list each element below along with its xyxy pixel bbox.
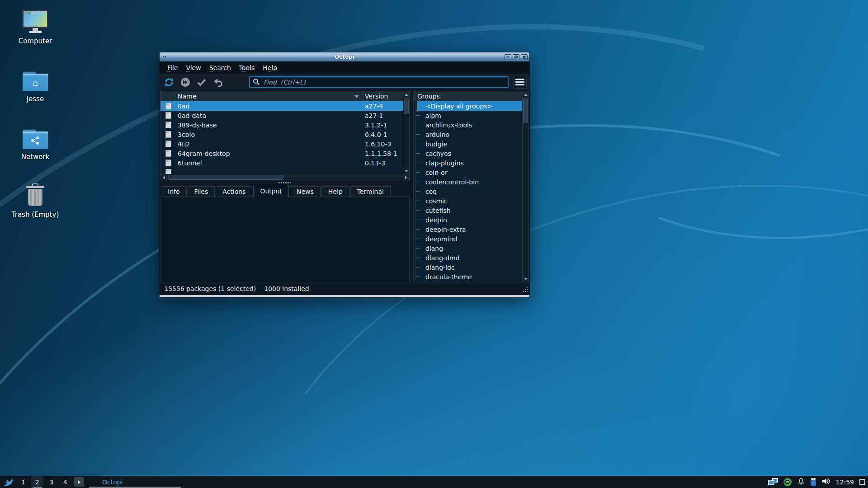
panel-splitter-handle[interactable] [160, 181, 410, 184]
workspace-button-4[interactable]: 4 [59, 476, 71, 488]
group-item[interactable]: coq [417, 187, 522, 196]
desktop-icon-home[interactable]: ⌂ jesse [8, 65, 62, 116]
desktop-icon-computer[interactable]: Computer [8, 7, 62, 58]
workspace-button-3[interactable]: 3 [45, 476, 57, 488]
volume-icon[interactable] [821, 477, 830, 487]
table-row-partial[interactable] [160, 168, 409, 174]
close-button[interactable] [521, 54, 528, 60]
tab-output[interactable]: Output [253, 185, 289, 197]
taskbar-task-octopi[interactable]: Octopi [89, 476, 181, 488]
groups-splitter[interactable] [410, 91, 413, 282]
commit-button[interactable] [195, 75, 208, 89]
minimize-button[interactable] [505, 54, 511, 60]
group-item[interactable]: deepin-extra [417, 225, 522, 234]
notifications-bell-icon[interactable] [797, 477, 805, 487]
groups-vertical-scrollbar[interactable] [522, 91, 528, 282]
package-icon [165, 131, 171, 138]
scroll-down-button[interactable] [403, 168, 409, 174]
rollback-button[interactable] [211, 75, 225, 89]
column-header-version[interactable]: Version [363, 91, 409, 101]
tab-info[interactable]: Info [161, 186, 187, 197]
aur-alien-button[interactable] [227, 75, 241, 89]
package-icon [165, 122, 171, 128]
group-item[interactable]: deepmind [417, 234, 522, 244]
scroll-up-button[interactable] [403, 91, 409, 98]
tab-actions[interactable]: Actions [216, 186, 252, 197]
group-item[interactable]: cosmic [417, 196, 522, 206]
network-icon[interactable] [768, 478, 778, 486]
table-row[interactable]: 6tunnel 0.13-3 [160, 158, 409, 168]
group-item[interactable]: cutefish [417, 206, 522, 215]
group-item[interactable]: budgie [417, 139, 522, 149]
workspace-button-2[interactable]: 2 [31, 476, 43, 488]
column-header-icon[interactable] [160, 91, 176, 101]
group-item[interactable]: dlang-ldc [417, 263, 522, 272]
table-header: Name Version [160, 91, 409, 101]
scrollbar-thumb[interactable] [523, 99, 528, 123]
tab-files[interactable]: Files [188, 186, 215, 197]
group-item[interactable]: <Display all groups> [417, 101, 522, 111]
desktop-icon-label: Network [21, 153, 50, 161]
scrollbar-thumb[interactable] [168, 175, 283, 180]
toolbar [160, 74, 529, 91]
sync-database-button[interactable] [162, 75, 176, 89]
menu-help[interactable]: Help [259, 62, 281, 73]
table-row[interactable]: 4ti2 1.6.10-3 [160, 139, 409, 149]
table-row[interactable]: 389-ds-base 3.1.2-1 [160, 120, 409, 130]
status-bar: 15556 packages (1 selected) 1000 install… [160, 282, 529, 295]
package-icon [165, 150, 171, 157]
group-item[interactable]: archlinux-tools [417, 120, 522, 130]
show-desktop-button[interactable] [859, 479, 865, 485]
task-label: Octopi [102, 479, 123, 486]
tab-help[interactable]: Help [321, 186, 349, 197]
scrollbar-thumb[interactable] [404, 99, 409, 114]
table-row[interactable]: 0ad a27-4 [160, 101, 409, 111]
updater-icon[interactable] [783, 478, 792, 486]
group-item[interactable]: cachyos [417, 149, 522, 158]
desktop-icon-trash[interactable]: Trash (Empty) [8, 181, 62, 231]
group-item[interactable]: dracula-theme [417, 272, 522, 282]
package-panel: Name Version 0ad a27-4 0ad-data a27-1 [160, 91, 410, 282]
package-horizontal-scrollbar[interactable] [160, 174, 410, 181]
maximize-button[interactable] [513, 54, 519, 60]
taskbar-clock[interactable]: 12:59 [836, 479, 854, 486]
menu-tools[interactable]: Tools [235, 62, 259, 73]
desktop-icon-label: Trash (Empty) [12, 211, 59, 219]
titlebar[interactable]: Octopi [160, 52, 529, 61]
table-row[interactable]: 0ad-data a27-1 [160, 111, 409, 120]
package-vertical-scrollbar[interactable] [403, 91, 409, 174]
menu-file[interactable]: File [163, 62, 182, 73]
resize-grip[interactable] [522, 286, 528, 294]
group-item[interactable]: dlang [417, 244, 522, 253]
scroll-up-button[interactable] [523, 91, 528, 98]
workspace-more-button[interactable] [74, 477, 84, 487]
tab-terminal[interactable]: Terminal [350, 186, 391, 197]
scroll-left-button[interactable] [160, 174, 167, 180]
group-item[interactable]: coin-or [417, 168, 522, 177]
tree-line [415, 101, 416, 279]
options-menu-button[interactable] [513, 76, 527, 89]
menu-search[interactable]: Search [205, 62, 235, 73]
window-content: Name Version 0ad a27-4 0ad-data a27-1 [160, 91, 529, 282]
group-item[interactable]: dlang-dmd [417, 253, 522, 263]
app-menu-button[interactable] [0, 476, 16, 488]
window-bottom-edge[interactable] [160, 295, 529, 297]
group-item[interactable]: deepin [417, 215, 522, 225]
group-item[interactable]: coolercontrol-bin [417, 177, 522, 187]
table-row[interactable]: 3cpio 0.4.0-1 [160, 130, 409, 139]
workspace-button-1[interactable]: 1 [17, 476, 29, 488]
column-header-name[interactable]: Name [176, 91, 363, 101]
menu-view[interactable]: View [182, 62, 205, 73]
search-input[interactable] [249, 76, 509, 88]
usb-device-icon[interactable] [811, 478, 816, 486]
group-item[interactable]: alpm [417, 111, 522, 120]
desktop-icon-network[interactable]: Network [8, 123, 62, 174]
group-item[interactable]: clap-plugins [417, 158, 522, 168]
tab-news[interactable]: News [290, 186, 321, 197]
table-row[interactable]: 64gram-desktop 1:1.1.58-1 [160, 149, 409, 158]
system-upgrade-button[interactable] [179, 75, 192, 89]
scroll-right-button[interactable] [403, 174, 409, 180]
group-item[interactable]: arduino [417, 130, 522, 139]
groups-header: Groups [414, 91, 528, 101]
scroll-down-button[interactable] [523, 276, 528, 282]
